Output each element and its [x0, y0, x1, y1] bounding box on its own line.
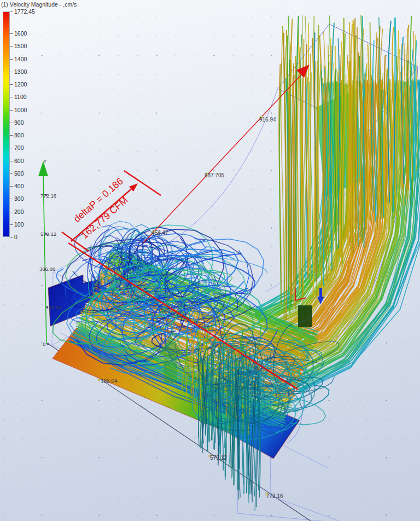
blue-arrow-shaft — [319, 288, 322, 297]
colorbar-tick-label: 800 — [14, 132, 24, 138]
colorbar-tick-label: 400 — [14, 183, 24, 189]
colorbar-tick-dash — [10, 135, 13, 136]
red-ruler-label: 916.94 — [259, 117, 276, 123]
colorbar-tick-dash — [10, 97, 13, 97]
colorbar-tick-dash — [10, 11, 13, 12]
colorbar-tick-label: 700 — [14, 144, 24, 151]
y-tick — [47, 343, 49, 345]
colorbar-tick-label: 1200 — [14, 81, 27, 88]
colorbar-tick-dash — [10, 84, 13, 85]
colorbar-tick-label: 300 — [14, 195, 24, 202]
legend-title: (1) Velocity Magnitude - ,cm/s — [1, 1, 72, 8]
colorbar-tick-label: 1500 — [14, 43, 27, 49]
colorbar-tick-label: 0 — [14, 234, 18, 240]
y-ruler-origin: 0 — [43, 341, 45, 347]
colorbar-tick-dash — [10, 224, 13, 225]
colorbar-tick-label: 200 — [14, 209, 24, 215]
colorbar-tick-label: 1300 — [14, 68, 27, 75]
colorbar-tick-dash — [10, 59, 13, 60]
streamline — [310, 54, 311, 286]
red-ruler-label: 687.705 — [205, 172, 225, 178]
colorbar-legend: (1) Velocity Magnitude - ,cm/s 1772.4516… — [1, 1, 72, 242]
diag-ruler-label: 193.04 — [101, 378, 118, 384]
colorbar-tick-label: 600 — [14, 158, 24, 164]
red-ruler-label: 458.47 — [151, 230, 168, 236]
colorbar-tick-label: 1600 — [14, 30, 27, 37]
cfd-viewport: deltaP = 0.186 162,779 CFM 772.16 579.12… — [0, 0, 420, 521]
diag-ruler-label: 772.16 — [266, 493, 283, 499]
colorbar-tick-dash — [10, 173, 13, 174]
colorbar-tick-dash — [10, 46, 13, 47]
colorbar-tick-dash — [10, 212, 13, 212]
colorbar-tick-dash — [10, 123, 13, 123]
colorbar-tick-label: 1100 — [14, 94, 27, 100]
diag-ruler-label: 579.12 — [210, 455, 227, 461]
colorbar-tick-dash — [10, 237, 13, 238]
y-ruler-label: 386.08 — [39, 266, 55, 272]
colorbar-tick-dash — [10, 161, 13, 161]
y-ruler-label: 193.04 — [46, 304, 62, 310]
colorbar-tick-label: 500 — [14, 170, 24, 177]
colorbar-tick-label: 100 — [14, 221, 24, 228]
colorbar-tick-dash — [10, 33, 13, 34]
colorbar-tick-dash — [10, 199, 13, 199]
colorbar-tick-dash — [10, 72, 13, 72]
colorbar-tick-dash — [10, 110, 13, 111]
goal-marker-box — [298, 305, 312, 327]
colorbar — [3, 11, 10, 237]
colorbar-tick-label: 1000 — [14, 107, 27, 113]
colorbar-tick-label: 1772.45 — [14, 8, 35, 15]
colorbar-tick-dash — [10, 148, 13, 148]
green-flow-arrow-shaft — [164, 355, 177, 383]
colorbar-tick-dash — [10, 186, 13, 187]
colorbar-tick-label: 1400 — [14, 56, 27, 62]
colorbar-tick-label: 900 — [14, 119, 24, 126]
